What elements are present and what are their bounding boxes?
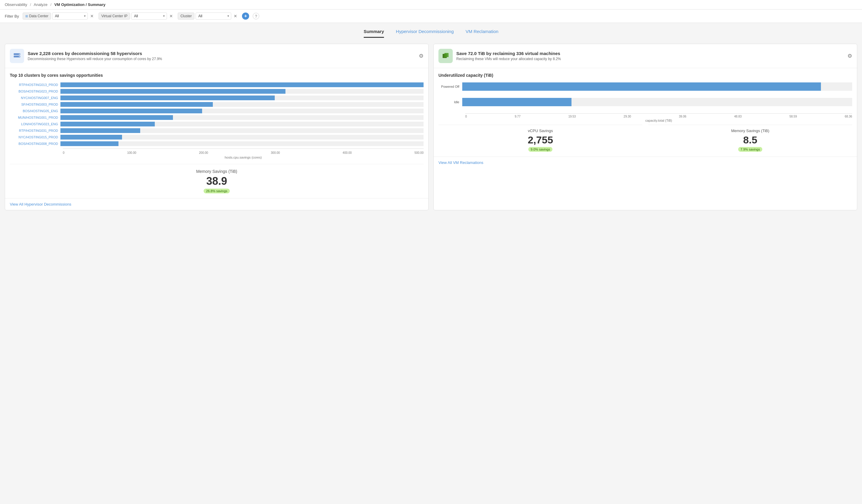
svg-rect-5 [444,53,448,57]
cluster-tag-label: Cluster [180,14,192,18]
memory-savings-label: Memory Savings (TiB) [10,169,423,174]
right-bar-row: Powered Off [439,82,852,91]
tab-summary[interactable]: Summary [364,29,384,38]
virtual-center-select[interactable]: All [131,13,167,19]
left-bar-track [61,122,423,127]
left-bar-row: BOS/HOSTING008_PROD [10,141,423,146]
hypervisor-gear-icon[interactable]: ⚙ [419,53,423,59]
left-bar-fill [61,115,173,120]
left-bar-fill [61,122,155,127]
cluster-tag: Cluster [178,13,194,19]
left-bar-row: NYC/HOSTING007_ENG [10,95,423,100]
left-bar-row: RTP/HOSTING031_PROD [10,128,423,133]
memory-savings-box-right: Memory Savings (TiB) 8.5 7.9% savings [648,125,852,152]
add-filter-button[interactable]: + [242,13,249,19]
left-bar-track [61,109,423,114]
x-axis-line [63,148,423,149]
virtual-center-select-wrapper[interactable]: All [131,13,167,19]
right-bar-track [462,98,852,106]
vm-gear-icon[interactable]: ⚙ [847,53,852,59]
cluster-clear-button[interactable]: ✕ [233,13,238,19]
tab-vm-reclamation[interactable]: VM Reclamation [466,29,498,38]
right-x-axis-ticks: 09.7719.5329.3039.0648.8358.5968.36 [439,115,852,118]
virtual-center-tag: Virtual Center IP [99,13,130,19]
virtual-center-clear-button[interactable]: ✕ [168,13,174,19]
left-bar-label[interactable]: MUN/HOSTING001_PROD [10,116,61,119]
memory-savings-section: Memory Savings (TiB) 38.9 26.8% savings [10,164,423,194]
vm-bar-chart: Powered Off Idle [439,82,852,106]
cluster-filter-group: Cluster All ✕ [178,13,238,19]
right-bar-row: Idle [439,98,852,106]
left-bar-fill [61,135,122,140]
left-bar-row: SF/HOSTING003_PROD [10,102,423,107]
tab-hypervisor-decommissioning[interactable]: Hypervisor Decommissioning [396,29,454,38]
left-bar-label[interactable]: SF/HOSTING003_PROD [10,103,61,106]
memory-savings-badge-right: 7.9% savings [738,147,762,152]
data-center-tag: ⊞ Data Center [23,13,51,19]
left-bar-track [61,135,423,140]
filter-bar: Filter By ⊞ Data Center All ✕ Virtual Ce… [0,10,862,23]
hypervisor-icon [13,52,21,60]
right-x-tick: 68.36 [845,115,852,118]
x-axis-tick: 0 [63,151,65,155]
right-bar-fill [462,98,572,106]
cluster-select[interactable]: All [196,13,231,19]
left-bar-label[interactable]: RTP/HOSTING031_PROD [10,129,61,132]
hypervisor-card: Save 2,228 cores by decommissioning 58 h… [5,44,429,210]
breadcrumb-analyze[interactable]: Analyze [34,2,47,7]
view-all-vm[interactable]: View All VM Reclamations [434,157,857,168]
x-axis-tick: 500.00 [414,151,423,155]
cluster-select-wrapper[interactable]: All [196,13,231,19]
left-bar-row: MUN/HOSTING001_PROD [10,115,423,120]
memory-savings-value-right: 8.5 [648,134,852,146]
breadcrumb-observability[interactable]: Observability [5,2,27,7]
vcpu-savings-label: vCPU Savings [439,129,642,133]
left-bar-track [61,141,423,146]
breadcrumb: Observability / Analyze / VM Optimizatio… [0,0,862,10]
svg-point-3 [19,56,20,57]
left-bar-track [61,89,423,94]
hypervisor-card-title: Save 2,228 cores by decommissioning 58 h… [28,51,162,56]
left-bar-row: LON/HOSTING023_ENG [10,122,423,127]
right-bar-label: Powered Off [439,85,462,88]
x-axis-tick: 400.00 [343,151,352,155]
left-bar-label[interactable]: BOS/HOSTING05_ENG [10,109,61,113]
hypervisor-card-header-text: Save 2,228 cores by decommissioning 58 h… [28,51,162,61]
left-bar-label[interactable]: LON/HOSTING023_ENG [10,122,61,126]
vm-card-body: Underutilized capacity (TiB) Powered Off… [434,68,857,157]
right-bar-track [462,82,852,91]
left-bar-label[interactable]: BOS/HOSTING008_PROD [10,142,61,145]
vm-card-title: Save 72.0 TiB by reclaiming 336 virtual … [456,51,561,56]
memory-savings-label-right: Memory Savings (TiB) [648,129,852,133]
help-button[interactable]: ? [253,13,259,19]
x-axis-ticks: 0100.00200.00300.00400.00500.00 [63,150,423,155]
hypervisor-card-body: Top 10 clusters by cores savings opportu… [5,68,428,198]
left-bar-row: BOS/HOSTING023_PROD [10,89,423,94]
left-bar-label[interactable]: BOS/HOSTING023_PROD [10,90,61,93]
left-bar-label[interactable]: NYC/HOSTING015_PROD [10,135,61,139]
x-axis-tick: 100.00 [127,151,136,155]
data-center-select-wrapper[interactable]: All [52,13,88,19]
vcpu-savings-value: 2,755 [439,134,642,146]
left-bar-label[interactable]: NYC/HOSTING007_ENG [10,96,61,100]
left-bar-fill [61,109,202,114]
vm-icon-wrapper [439,49,453,63]
left-bar-fill [61,82,423,87]
left-bar-track [61,128,423,133]
left-bar-fill [61,89,285,94]
data-center-clear-button[interactable]: ✕ [89,13,95,19]
virtual-center-filter-group: Virtual Center IP All ✕ [99,13,174,19]
left-bar-row: NYC/HOSTING015_PROD [10,135,423,140]
view-all-hypervisor-link[interactable]: View All Hypervisor Decommissions [10,202,71,207]
vm-card-header: Save 72.0 TiB by reclaiming 336 virtual … [434,44,857,68]
view-all-vm-link[interactable]: View All VM Reclamations [439,160,483,165]
vm-icon [441,52,450,60]
view-all-hypervisor[interactable]: View All Hypervisor Decommissions [5,198,428,210]
vm-chart-title: Underutilized capacity (TiB) [439,73,852,78]
data-center-filter-group: ⊞ Data Center All ✕ [23,13,95,19]
breadcrumb-current: VM Optimization / Summary [54,2,105,7]
left-bar-label[interactable]: RTP/HOSTING013_PROD [10,83,61,87]
data-center-select[interactable]: All [52,13,88,19]
left-bar-fill [61,95,275,100]
left-bar-fill [61,141,118,146]
